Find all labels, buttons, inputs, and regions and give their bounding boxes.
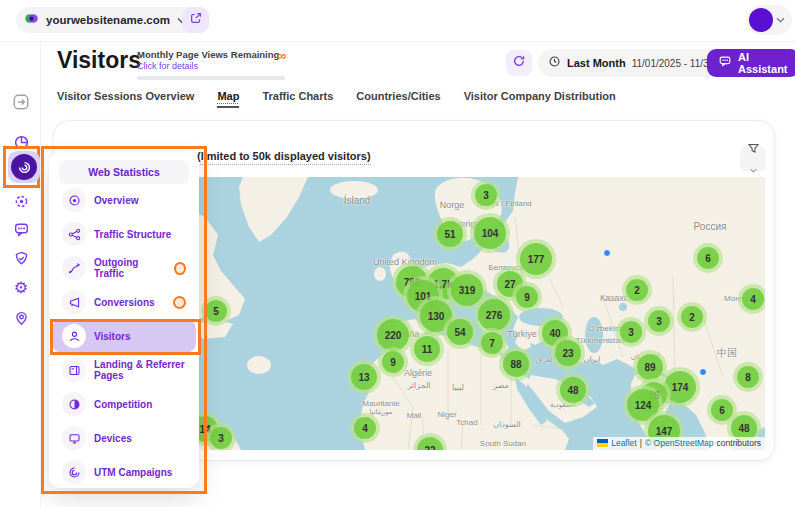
map-cluster[interactable]: 3 [206, 423, 236, 450]
chat-icon[interactable] [12, 220, 30, 238]
ai-assistant-label: AI Assistant [738, 51, 788, 75]
map-cluster[interactable]: 88 [499, 347, 533, 381]
map-label: السودان [493, 420, 521, 429]
ukraine-flag-icon [597, 439, 608, 447]
map-label: Türkiye [507, 329, 537, 339]
ai-assistant-button[interactable]: AI Assistant [707, 49, 795, 77]
map-cluster[interactable]: 2 [677, 302, 707, 332]
visitors-icon [62, 324, 86, 348]
settings-gear-icon[interactable]: ⚙ [12, 279, 30, 297]
menu-item-utm-campaigns[interactable]: UTM Campaigns [52, 455, 196, 489]
map-label: ليبيا [452, 383, 464, 392]
map-cluster[interactable]: 13 [347, 360, 381, 394]
clock-icon [548, 54, 561, 72]
menu-item-label: UTM Campaigns [94, 467, 172, 478]
map-filter-button[interactable] [740, 145, 766, 172]
map-cluster[interactable]: 3 [616, 317, 646, 347]
date-preset-label: Last Month [567, 57, 626, 69]
utm-campaigns-icon [62, 460, 86, 484]
menu-item-label: Landing & Referrer Pages [94, 359, 196, 381]
site-logo-icon [24, 11, 39, 30]
map-cluster[interactable]: 23 [551, 336, 585, 370]
map-label: Norge [440, 200, 465, 210]
topbar: yourwebsitename.com [0, 0, 795, 42]
map-cluster[interactable]: 3 [471, 180, 501, 210]
menu-item-label: Outgoing Traffic [94, 257, 166, 279]
map-label: Niger [437, 410, 456, 419]
map-cluster[interactable]: 3 [644, 306, 674, 336]
quota-details-link[interactable]: Click for details [137, 61, 287, 71]
osm-link[interactable]: © OpenStreetMap [645, 438, 714, 448]
shield-icon[interactable] [12, 249, 30, 267]
map-label: Ísland [344, 195, 371, 206]
web-statistics-rail-item[interactable] [8, 151, 40, 183]
menu-item-label: Traffic Structure [94, 229, 171, 240]
collapse-sidebar-icon[interactable] [12, 93, 30, 111]
ai-chat-icon [718, 54, 732, 72]
visitor-marker[interactable] [699, 368, 707, 376]
site-selector[interactable]: yourwebsitename.com [16, 7, 199, 33]
menu-item-devices[interactable]: Devices [52, 421, 196, 455]
open-site-button[interactable] [182, 7, 209, 33]
map-label: 中国 [717, 346, 737, 360]
notification-badge [174, 262, 186, 275]
tab-visitor-company-distribution[interactable]: Visitor Company Distribution [464, 90, 616, 111]
map-cluster[interactable]: 48 [556, 373, 590, 407]
attribution-separator: | [640, 438, 642, 448]
refresh-button[interactable] [506, 50, 532, 76]
leaflet-link[interactable]: Leaflet [611, 438, 637, 448]
tab-countries-cities[interactable]: Countries/Cities [356, 90, 440, 111]
traffic-structure-icon [62, 222, 86, 246]
map-cluster[interactable]: 9 [512, 282, 542, 312]
devices-icon [62, 426, 86, 450]
user-avatar [749, 8, 773, 32]
menu-item-competition[interactable]: Competition [52, 387, 196, 421]
tabs: Visitor Sessions OverviewMapTraffic Char… [57, 90, 616, 111]
map-label: مصر [493, 381, 509, 390]
quota-progress-bar [137, 76, 285, 80]
map-cluster[interactable]: 6 [693, 243, 723, 273]
map-cluster[interactable]: 5 [201, 296, 231, 326]
infinity-value: ∞ [277, 48, 286, 63]
menu-item-visitors[interactable]: Visitors [52, 319, 196, 353]
map-cluster[interactable]: 4 [350, 413, 380, 443]
tab-map[interactable]: Map [217, 90, 239, 111]
map-cluster[interactable]: 11 [410, 332, 444, 366]
chevron-down-icon [750, 159, 757, 177]
user-menu[interactable] [746, 5, 792, 35]
tab-visitor-sessions-overview[interactable]: Visitor Sessions Overview [57, 90, 194, 111]
menu-item-label: Devices [94, 433, 132, 444]
visitor-marker[interactable] [603, 249, 611, 257]
map-cluster[interactable]: 104 [470, 213, 510, 253]
map-label: Tchad [456, 418, 477, 427]
landing-referrer-icon [62, 358, 86, 382]
map-cluster[interactable]: 4 [738, 284, 765, 314]
map-label: Mauritanie [362, 399, 399, 408]
menu-item-conversions[interactable]: Conversions [52, 285, 196, 319]
map-cluster[interactable]: 51 [433, 217, 467, 251]
map-cluster[interactable]: 2 [622, 275, 652, 305]
map-label: Россия [694, 221, 727, 232]
menu-header: Web Statistics [59, 160, 189, 184]
menu-item-overview[interactable]: Overview [52, 183, 196, 217]
external-link-icon [189, 11, 203, 29]
web-statistics-menu: Web Statistics OverviewTraffic Structure… [49, 152, 199, 488]
outgoing-traffic-icon [62, 256, 86, 280]
retargeting-icon[interactable] [12, 192, 30, 210]
map-title: (limited to 50k displayed visitors) [197, 150, 371, 165]
menu-item-label: Conversions [94, 297, 155, 308]
web-statistics-icon [11, 154, 37, 180]
map-cluster[interactable]: 9 [378, 347, 408, 377]
map-label: الجزائر [407, 381, 430, 390]
map-label: South Sudan [480, 439, 526, 448]
menu-item-outgoing-traffic[interactable]: Outgoing Traffic [52, 251, 196, 285]
menu-item-landing-referrer-pages[interactable]: Landing & Referrer Pages [52, 353, 196, 387]
tab-traffic-charts[interactable]: Traffic Charts [262, 90, 333, 111]
chevron-down-icon [776, 17, 785, 23]
map-cluster[interactable]: 54 [443, 315, 477, 349]
map-attribution: Leaflet | © OpenStreetMap contributors [593, 437, 765, 450]
map-cluster[interactable]: 8 [733, 362, 763, 392]
location-pin-icon[interactable] [12, 309, 30, 327]
menu-item-traffic-structure[interactable]: Traffic Structure [52, 217, 196, 251]
menu-item-label: Competition [94, 399, 152, 410]
